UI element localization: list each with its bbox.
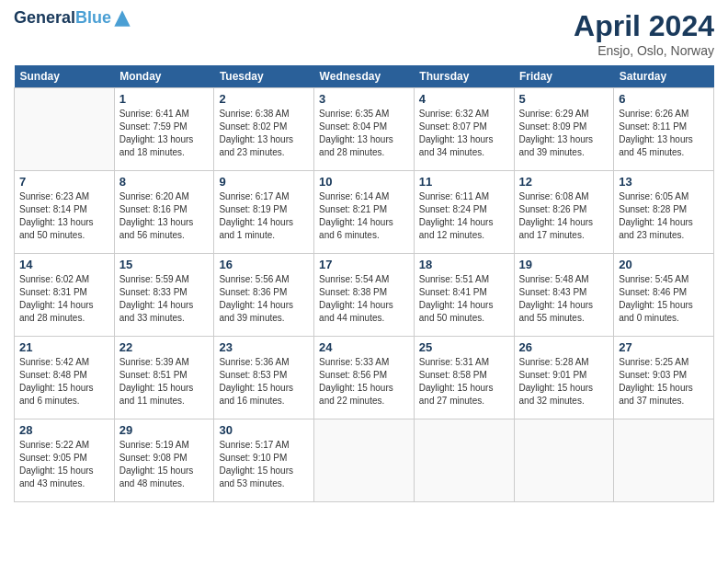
weekday-header: Friday bbox=[514, 65, 614, 88]
day-number: 27 bbox=[619, 340, 709, 354]
weekday-header: Saturday bbox=[614, 65, 714, 88]
day-number: 29 bbox=[119, 423, 210, 437]
calendar-day-cell: 7 Sunrise: 6:23 AM Sunset: 8:14 PM Dayli… bbox=[15, 171, 115, 254]
day-number: 15 bbox=[119, 258, 210, 271]
day-detail: Sunrise: 5:56 AM Sunset: 8:36 PM Dayligh… bbox=[219, 273, 309, 325]
weekday-header: Wednesday bbox=[314, 65, 415, 88]
day-detail: Sunrise: 5:17 AM Sunset: 9:10 PM Dayligh… bbox=[219, 439, 309, 490]
logo-icon bbox=[113, 9, 131, 28]
day-detail: Sunrise: 5:59 AM Sunset: 8:33 PM Dayligh… bbox=[119, 273, 210, 325]
calendar-day-cell: 8 Sunrise: 6:20 AM Sunset: 8:16 PM Dayli… bbox=[114, 171, 214, 254]
calendar-day-cell: 30 Sunrise: 5:17 AM Sunset: 9:10 PM Dayl… bbox=[214, 419, 314, 502]
weekday-header-row: SundayMondayTuesdayWednesdayThursdayFrid… bbox=[15, 65, 714, 88]
calendar-day-cell: 22 Sunrise: 5:39 AM Sunset: 8:51 PM Dayl… bbox=[114, 337, 214, 419]
day-detail: Sunrise: 5:19 AM Sunset: 9:08 PM Dayligh… bbox=[119, 439, 210, 490]
calendar-day-cell: 11 Sunrise: 6:11 AM Sunset: 8:24 PM Dayl… bbox=[414, 171, 514, 254]
day-number: 13 bbox=[619, 175, 709, 189]
calendar-week-row: 14 Sunrise: 6:02 AM Sunset: 8:31 PM Dayl… bbox=[15, 254, 714, 337]
calendar-day-cell: 28 Sunrise: 5:22 AM Sunset: 9:05 PM Dayl… bbox=[15, 419, 115, 502]
day-number: 14 bbox=[19, 258, 109, 271]
day-detail: Sunrise: 5:33 AM Sunset: 8:56 PM Dayligh… bbox=[319, 356, 409, 408]
calendar-day-cell bbox=[414, 419, 514, 502]
calendar-day-cell: 9 Sunrise: 6:17 AM Sunset: 8:19 PM Dayli… bbox=[214, 171, 314, 254]
day-detail: Sunrise: 5:45 AM Sunset: 8:46 PM Dayligh… bbox=[619, 273, 709, 325]
day-number: 5 bbox=[519, 92, 609, 106]
calendar-day-cell: 21 Sunrise: 5:42 AM Sunset: 8:48 PM Dayl… bbox=[15, 337, 115, 419]
location: Ensjo, Oslo, Norway bbox=[574, 43, 714, 58]
calendar-day-cell: 29 Sunrise: 5:19 AM Sunset: 9:08 PM Dayl… bbox=[114, 419, 214, 502]
calendar-day-cell: 16 Sunrise: 5:56 AM Sunset: 8:36 PM Dayl… bbox=[214, 254, 314, 337]
day-detail: Sunrise: 6:41 AM Sunset: 7:59 PM Dayligh… bbox=[119, 108, 210, 159]
day-detail: Sunrise: 5:28 AM Sunset: 9:01 PM Dayligh… bbox=[519, 356, 609, 408]
day-detail: Sunrise: 5:48 AM Sunset: 8:43 PM Dayligh… bbox=[519, 273, 609, 325]
calendar-day-cell: 25 Sunrise: 5:31 AM Sunset: 8:58 PM Dayl… bbox=[414, 337, 514, 419]
calendar-day-cell: 15 Sunrise: 5:59 AM Sunset: 8:33 PM Dayl… bbox=[114, 254, 214, 337]
day-detail: Sunrise: 6:05 AM Sunset: 8:28 PM Dayligh… bbox=[619, 190, 709, 242]
calendar-day-cell: 5 Sunrise: 6:29 AM Sunset: 8:09 PM Dayli… bbox=[514, 88, 614, 171]
calendar-day-cell: 26 Sunrise: 5:28 AM Sunset: 9:01 PM Dayl… bbox=[514, 337, 614, 419]
calendar-day-cell: 13 Sunrise: 6:05 AM Sunset: 8:28 PM Dayl… bbox=[614, 171, 714, 254]
day-number: 24 bbox=[319, 340, 409, 354]
day-number: 8 bbox=[119, 175, 210, 189]
day-number: 10 bbox=[319, 175, 409, 189]
day-number: 19 bbox=[519, 258, 609, 271]
svg-marker-0 bbox=[114, 10, 130, 26]
day-number: 3 bbox=[319, 92, 409, 106]
calendar-day-cell: 27 Sunrise: 5:25 AM Sunset: 9:03 PM Dayl… bbox=[614, 337, 714, 419]
title-area: April 2024 Ensjo, Oslo, Norway bbox=[574, 9, 714, 58]
calendar-day-cell: 17 Sunrise: 5:54 AM Sunset: 8:38 PM Dayl… bbox=[314, 254, 415, 337]
day-number: 9 bbox=[219, 175, 309, 189]
main-container: GeneralBlue April 2024 Ensjo, Oslo, Norw… bbox=[0, 0, 728, 511]
day-detail: Sunrise: 5:54 AM Sunset: 8:38 PM Dayligh… bbox=[319, 273, 409, 325]
calendar-day-cell bbox=[15, 88, 115, 171]
calendar-day-cell: 14 Sunrise: 6:02 AM Sunset: 8:31 PM Dayl… bbox=[15, 254, 115, 337]
day-number: 1 bbox=[119, 92, 210, 106]
day-number: 28 bbox=[19, 423, 109, 437]
day-detail: Sunrise: 5:25 AM Sunset: 9:03 PM Dayligh… bbox=[619, 356, 709, 408]
day-detail: Sunrise: 5:51 AM Sunset: 8:41 PM Dayligh… bbox=[419, 273, 509, 325]
day-number: 22 bbox=[119, 340, 210, 354]
day-number: 21 bbox=[19, 340, 109, 354]
day-number: 23 bbox=[219, 340, 309, 354]
calendar-day-cell: 3 Sunrise: 6:35 AM Sunset: 8:04 PM Dayli… bbox=[314, 88, 415, 171]
logo-text: GeneralBlue bbox=[14, 9, 111, 28]
day-detail: Sunrise: 5:22 AM Sunset: 9:05 PM Dayligh… bbox=[19, 439, 109, 490]
day-number: 11 bbox=[419, 175, 509, 189]
calendar-day-cell: 10 Sunrise: 6:14 AM Sunset: 8:21 PM Dayl… bbox=[314, 171, 415, 254]
day-detail: Sunrise: 6:32 AM Sunset: 8:07 PM Dayligh… bbox=[419, 108, 509, 159]
calendar-table: SundayMondayTuesdayWednesdayThursdayFrid… bbox=[14, 65, 714, 502]
calendar-week-row: 21 Sunrise: 5:42 AM Sunset: 8:48 PM Dayl… bbox=[15, 337, 714, 419]
weekday-header: Tuesday bbox=[214, 65, 314, 88]
day-number: 2 bbox=[219, 92, 309, 106]
calendar-day-cell: 18 Sunrise: 5:51 AM Sunset: 8:41 PM Dayl… bbox=[414, 254, 514, 337]
weekday-header: Thursday bbox=[414, 65, 514, 88]
day-number: 18 bbox=[419, 258, 509, 271]
day-detail: Sunrise: 6:29 AM Sunset: 8:09 PM Dayligh… bbox=[519, 108, 609, 159]
day-number: 16 bbox=[219, 258, 309, 271]
calendar-day-cell bbox=[514, 419, 614, 502]
calendar-day-cell: 4 Sunrise: 6:32 AM Sunset: 8:07 PM Dayli… bbox=[414, 88, 514, 171]
day-detail: Sunrise: 6:14 AM Sunset: 8:21 PM Dayligh… bbox=[319, 190, 409, 242]
calendar-week-row: 28 Sunrise: 5:22 AM Sunset: 9:05 PM Dayl… bbox=[15, 419, 714, 502]
day-detail: Sunrise: 6:35 AM Sunset: 8:04 PM Dayligh… bbox=[319, 108, 409, 159]
weekday-header: Monday bbox=[114, 65, 214, 88]
day-detail: Sunrise: 5:31 AM Sunset: 8:58 PM Dayligh… bbox=[419, 356, 509, 408]
calendar-day-cell bbox=[614, 419, 714, 502]
day-number: 30 bbox=[219, 423, 309, 437]
calendar-day-cell: 19 Sunrise: 5:48 AM Sunset: 8:43 PM Dayl… bbox=[514, 254, 614, 337]
day-number: 12 bbox=[519, 175, 609, 189]
logo: GeneralBlue bbox=[14, 9, 131, 28]
day-detail: Sunrise: 5:42 AM Sunset: 8:48 PM Dayligh… bbox=[19, 356, 109, 408]
day-number: 17 bbox=[319, 258, 409, 271]
calendar-day-cell: 20 Sunrise: 5:45 AM Sunset: 8:46 PM Dayl… bbox=[614, 254, 714, 337]
calendar-day-cell bbox=[314, 419, 415, 502]
day-number: 6 bbox=[619, 92, 709, 106]
day-detail: Sunrise: 6:08 AM Sunset: 8:26 PM Dayligh… bbox=[519, 190, 609, 242]
day-detail: Sunrise: 5:36 AM Sunset: 8:53 PM Dayligh… bbox=[219, 356, 309, 408]
day-detail: Sunrise: 6:23 AM Sunset: 8:14 PM Dayligh… bbox=[19, 190, 109, 242]
weekday-header: Sunday bbox=[15, 65, 115, 88]
day-detail: Sunrise: 6:02 AM Sunset: 8:31 PM Dayligh… bbox=[19, 273, 109, 325]
day-detail: Sunrise: 5:39 AM Sunset: 8:51 PM Dayligh… bbox=[119, 356, 210, 408]
calendar-day-cell: 24 Sunrise: 5:33 AM Sunset: 8:56 PM Dayl… bbox=[314, 337, 415, 419]
day-number: 20 bbox=[619, 258, 709, 271]
